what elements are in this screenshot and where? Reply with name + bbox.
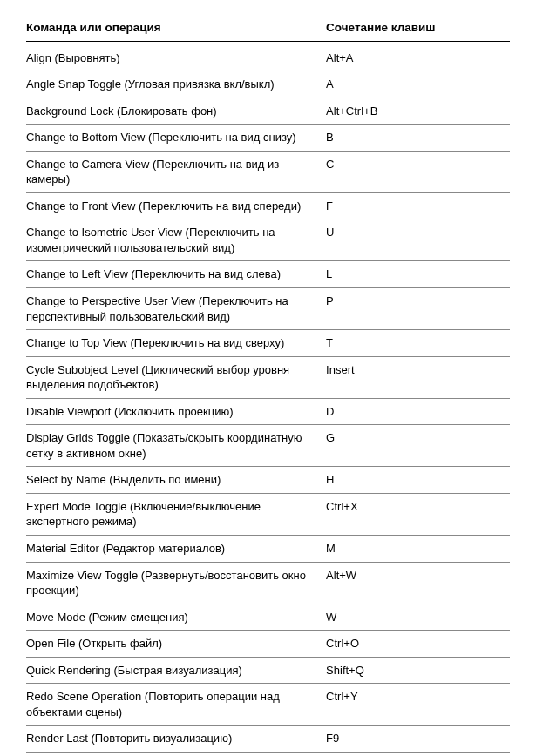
cell-shortcut: M	[326, 535, 510, 562]
cell-shortcut: Alt+W	[326, 562, 510, 604]
cell-shortcut: A	[326, 71, 510, 98]
table-header-row: Команда или операция Сочетание клавиш	[26, 16, 510, 42]
table-row: Select by Name (Выделить по имени)H	[26, 467, 510, 494]
cell-command: Move Mode (Режим смещения)	[26, 604, 326, 631]
table-row: Disable Viewport (Исключить проекцию)D	[26, 398, 510, 425]
table-row: Change to Left View (Переключить на вид …	[26, 261, 510, 288]
cell-shortcut: G	[326, 425, 510, 467]
cell-command: Cycle Subobject Level (Циклический выбор…	[26, 356, 326, 398]
shortcuts-table: Команда или операция Сочетание клавиш Al…	[26, 16, 510, 756]
cell-shortcut: C	[326, 151, 510, 192]
cell-shortcut: B	[326, 125, 510, 152]
cell-command: Material Editor (Редактор материалов)	[26, 535, 326, 562]
table-row: Change to Bottom View (Переключить на ви…	[26, 125, 510, 152]
table-row: Render Last (Повторить визуализацию)F9	[26, 726, 510, 753]
cell-shortcut: Ctrl+O	[326, 631, 510, 658]
cell-shortcut: H	[326, 467, 510, 494]
cell-shortcut: F10	[326, 752, 510, 756]
table-row: Angle Snap Toggle (Угловая привязка вкл/…	[26, 71, 510, 98]
cell-command: Change to Perspective User View (Переклю…	[26, 287, 326, 329]
cell-shortcut: P	[326, 287, 510, 329]
cell-command: Change to Camera View (Переключить на ви…	[26, 151, 326, 192]
cell-command: Change to Top View (Переключить на вид с…	[26, 330, 326, 357]
table-row: Align (Выровнять)Alt+A	[26, 45, 510, 71]
table-row: Material Editor (Редактор материалов)M	[26, 535, 510, 562]
table-row: Open File (Открыть файл)Ctrl+O	[26, 631, 510, 658]
cell-command: Redo Scene Operation (Повторить операции…	[26, 684, 326, 726]
cell-shortcut: L	[326, 261, 510, 288]
cell-command: Quick Rendering (Быстрая визуализация)	[26, 657, 326, 684]
cell-shortcut: U	[326, 219, 510, 261]
table-row: Cycle Subobject Level (Циклический выбор…	[26, 356, 510, 398]
table-row: Change to Front View (Переключить на вид…	[26, 192, 510, 219]
table-row: Redo Scene Operation (Повторить операции…	[26, 684, 510, 726]
cell-shortcut: Alt+A	[326, 45, 510, 71]
cell-command: Display Grids Toggle (Показать/скрыть ко…	[26, 425, 326, 467]
cell-command: Expert Mode Toggle (Включение/выключение…	[26, 493, 326, 535]
cell-command: Change to Bottom View (Переключить на ви…	[26, 125, 326, 152]
cell-command: Angle Snap Toggle (Угловая привязка вкл/…	[26, 71, 326, 98]
table-row: Change to Perspective User View (Переклю…	[26, 287, 510, 329]
table-row: Maximize View Toggle (Развернуть/восстан…	[26, 562, 510, 604]
cell-shortcut: F9	[326, 726, 510, 753]
table-row: Background Lock (Блокировать фон)Alt+Ctr…	[26, 98, 510, 125]
header-shortcut: Сочетание клавиш	[326, 16, 510, 42]
table-row: Change to Camera View (Переключить на ви…	[26, 151, 510, 192]
cell-command: Disable Viewport (Исключить проекцию)	[26, 398, 326, 425]
cell-shortcut: Ctrl+X	[326, 493, 510, 535]
cell-shortcut: W	[326, 604, 510, 631]
cell-shortcut: Alt+Ctrl+B	[326, 98, 510, 125]
table-row: Display Grids Toggle (Показать/скрыть ко…	[26, 425, 510, 467]
cell-shortcut: D	[326, 398, 510, 425]
cell-command: Background Lock (Блокировать фон)	[26, 98, 326, 125]
cell-shortcut: Ctrl+Y	[326, 684, 510, 726]
cell-command: Render Scene (Визуализация сцены)	[26, 752, 326, 756]
cell-shortcut: T	[326, 330, 510, 357]
cell-command: Align (Выровнять)	[26, 45, 326, 71]
cell-command: Change to Front View (Переключить на вид…	[26, 192, 326, 219]
table-row: Move Mode (Режим смещения)W	[26, 604, 510, 631]
cell-command: Change to Left View (Переключить на вид …	[26, 261, 326, 288]
table-row: Quick Rendering (Быстрая визуализация)Sh…	[26, 657, 510, 684]
cell-command: Change to Isometric User View (Переключи…	[26, 219, 326, 261]
cell-command: Maximize View Toggle (Развернуть/восстан…	[26, 562, 326, 604]
cell-shortcut: Insert	[326, 356, 510, 398]
cell-command: Open File (Открыть файл)	[26, 631, 326, 658]
cell-shortcut: F	[326, 192, 510, 219]
cell-command: Render Last (Повторить визуализацию)	[26, 726, 326, 753]
cell-shortcut: Shift+Q	[326, 657, 510, 684]
table-row: Change to Isometric User View (Переключи…	[26, 219, 510, 261]
table-row: Render Scene (Визуализация сцены)F10	[26, 752, 510, 756]
table-row: Expert Mode Toggle (Включение/выключение…	[26, 493, 510, 535]
table-row: Change to Top View (Переключить на вид с…	[26, 330, 510, 357]
cell-command: Select by Name (Выделить по имени)	[26, 467, 326, 494]
header-command: Команда или операция	[26, 16, 326, 42]
